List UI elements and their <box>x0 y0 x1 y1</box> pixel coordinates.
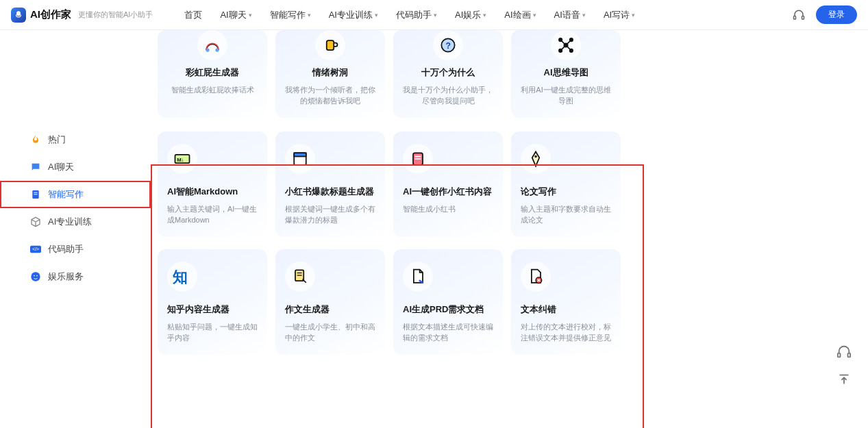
sidebar-item-label: 代码助手 <box>48 243 84 255</box>
svg-rect-32 <box>838 353 841 357</box>
brand[interactable]: AI创作家 更懂你的智能AI小助手 <box>11 8 153 23</box>
card-essay[interactable]: 作文生成器 一键生成小学生、初中和高中的作文 <box>275 249 385 355</box>
card-markdown[interactable]: M↓ AI智能Markdown 输入主题关键词，AI一键生成Markdown <box>158 131 267 237</box>
card-desc: 根据关键词一键生成多个有爆款潜力的标题 <box>285 203 375 226</box>
nav-paint[interactable]: AI绘画▾ <box>504 9 536 21</box>
sidebar-item-smartwrite[interactable]: 智能写作 <box>0 181 151 208</box>
svg-rect-25 <box>415 156 421 158</box>
card-title: 彩虹屁生成器 <box>186 67 239 79</box>
card-title: AI智能Markdown <box>167 186 238 198</box>
sidebar-item-entertain[interactable]: 娱乐服务 <box>0 263 151 290</box>
card-emotion[interactable]: 情绪树洞 我将作为一个倾听者，把你的烦恼都告诉我吧 <box>275 30 385 118</box>
svg-rect-30 <box>297 275 302 275</box>
card-why[interactable]: ? 十万个为什么 我是十万个为什么小助手，尽管向我提问吧 <box>393 30 503 118</box>
nav-smartwrite[interactable]: 智能写作▾ <box>270 9 311 21</box>
svg-point-27 <box>534 155 537 158</box>
card-title: AI生成PRD需求文档 <box>403 304 484 316</box>
rainbow-icon <box>197 30 227 60</box>
sidebar: 热门 AI聊天 智能写作 AI专业训练 </> 代码助手 娱乐服务 <box>0 30 151 428</box>
error-doc-icon <box>521 262 551 292</box>
svg-text:</>: </> <box>32 247 39 251</box>
svg-rect-23 <box>294 153 306 156</box>
mindmap-icon <box>551 30 581 60</box>
top-nav: 首页 AI聊天▾ 智能写作▾ AI专业训练▾ 代码助手▾ AI娱乐▾ AI绘画▾… <box>184 9 780 21</box>
float-buttons <box>836 344 852 387</box>
cube-icon <box>30 216 41 227</box>
sidebar-item-label: 热门 <box>48 134 66 146</box>
chevron-down-icon: ▾ <box>249 12 252 18</box>
card-desc: 一键生成小学生、初中和高中的作文 <box>285 321 375 344</box>
card-title: 论文写作 <box>521 186 556 198</box>
svg-point-11 <box>215 48 219 51</box>
fire-icon <box>30 134 41 145</box>
card-row-top: 彩虹屁生成器 智能生成彩虹屁吹捧话术 情绪树洞 我将作为一个倾听者，把你的烦恼都… <box>158 30 847 118</box>
sidebar-item-aichat[interactable]: AI聊天 <box>0 153 151 181</box>
zhihu-icon: 知 <box>167 262 197 292</box>
prd-icon <box>403 262 433 292</box>
doc-icon <box>30 189 41 200</box>
card-title: 知乎内容生成器 <box>167 304 230 316</box>
brand-logo-icon <box>11 8 26 23</box>
card-desc: 对上传的文本进行校对，标注错误文本并提供修正意见 <box>521 321 611 344</box>
code-icon: </> <box>30 244 41 255</box>
card-title: 十万个为什么 <box>421 67 475 79</box>
card-desc: 我将作为一个倾听者，把你的烦恼都告诉我吧 <box>285 84 375 107</box>
brand-tagline: 更懂你的智能AI小助手 <box>78 10 153 20</box>
content: 彩虹屁生成器 智能生成彩虹屁吹捧话术 情绪树洞 我将作为一个倾听者，把你的烦恼都… <box>151 30 868 428</box>
cup-icon <box>315 30 345 60</box>
card-desc: 利用AI一键生成完整的思维导图 <box>521 84 611 107</box>
card-prd[interactable]: AI生成PRD需求文档 根据文本描述生成可快速编辑的需求文档 <box>393 249 503 355</box>
essay-icon <box>285 262 315 292</box>
svg-rect-26 <box>415 158 421 160</box>
nav-training[interactable]: AI专业训练▾ <box>329 9 378 21</box>
card-row-b: 知 知乎内容生成器 粘贴知乎问题，一键生成知乎内容 作文生成器 一键生成小学生、… <box>158 249 847 355</box>
back-to-top-icon[interactable] <box>836 372 852 387</box>
sidebar-item-hot[interactable]: 热门 <box>0 126 151 153</box>
chevron-down-icon: ▾ <box>308 12 311 18</box>
card-desc: 我是十万个为什么小助手，尽管向我提问吧 <box>403 84 493 107</box>
chevron-down-icon: ▾ <box>483 12 486 18</box>
chevron-down-icon: ▾ <box>533 12 536 18</box>
nav-entertain[interactable]: AI娱乐▾ <box>455 9 486 21</box>
card-xhs-title[interactable]: 小红书爆款标题生成器 根据关键词一键生成多个有爆款潜力的标题 <box>275 131 385 237</box>
nav-poem[interactable]: AI写诗▾ <box>604 9 635 21</box>
card-desc: 智能生成彩虹屁吹捧话术 <box>171 84 254 96</box>
question-icon: ? <box>433 30 463 60</box>
sidebar-item-label: 娱乐服务 <box>48 270 84 283</box>
card-rainbow[interactable]: 彩虹屁生成器 智能生成彩虹屁吹捧话术 <box>158 30 267 118</box>
nav-home[interactable]: 首页 <box>184 9 202 21</box>
brand-name: AI创作家 <box>30 8 71 21</box>
sidebar-item-code[interactable]: </> 代码助手 <box>0 236 151 263</box>
svg-rect-4 <box>34 194 37 194</box>
note-icon <box>403 144 433 174</box>
window-icon <box>285 144 315 174</box>
card-mindmap[interactable]: AI思维导图 利用AI一键生成完整的思维导图 <box>511 30 621 118</box>
card-desc: 智能生成小红书 <box>403 203 456 215</box>
card-title: 小红书爆款标题生成器 <box>285 186 374 198</box>
svg-text:?: ? <box>446 41 451 51</box>
nav-voice[interactable]: AI语音▾ <box>554 9 586 21</box>
smile-icon <box>30 271 41 282</box>
card-xhs-content[interactable]: AI一键创作小红书内容 智能生成小红书 <box>393 131 503 237</box>
chevron-down-icon: ▾ <box>632 12 635 18</box>
svg-rect-33 <box>848 353 851 357</box>
card-desc: 粘贴知乎问题，一键生成知乎内容 <box>167 321 258 344</box>
card-proofread[interactable]: 文本纠错 对上传的文本进行校对，标注错误文本并提供修正意见 <box>511 249 621 355</box>
card-title: AI一键创作小红书内容 <box>403 186 492 198</box>
card-title: 作文生成器 <box>285 304 330 316</box>
svg-point-7 <box>31 272 40 281</box>
nav-aichat[interactable]: AI聊天▾ <box>220 9 251 21</box>
login-button[interactable]: 登录 <box>816 5 857 24</box>
support-float-icon[interactable] <box>836 344 852 360</box>
topbar: AI创作家 更懂你的智能AI小助手 首页 AI聊天▾ 智能写作▾ AI专业训练▾… <box>0 0 868 30</box>
card-zhihu[interactable]: 知 知乎内容生成器 粘贴知乎问题，一键生成知乎内容 <box>158 249 267 355</box>
card-title: 文本纠错 <box>521 304 556 316</box>
card-title: AI思维导图 <box>544 67 588 79</box>
card-paper[interactable]: 论文写作 输入主题和字数要求自动生成论文 <box>511 131 621 237</box>
sidebar-item-training[interactable]: AI专业训练 <box>0 208 151 236</box>
chevron-down-icon: ▾ <box>375 12 378 18</box>
support-icon[interactable] <box>793 9 805 21</box>
nav-code[interactable]: 代码助手▾ <box>396 9 437 21</box>
markdown-icon: M↓ <box>167 144 197 174</box>
sidebar-item-label: 智能写作 <box>48 188 84 201</box>
